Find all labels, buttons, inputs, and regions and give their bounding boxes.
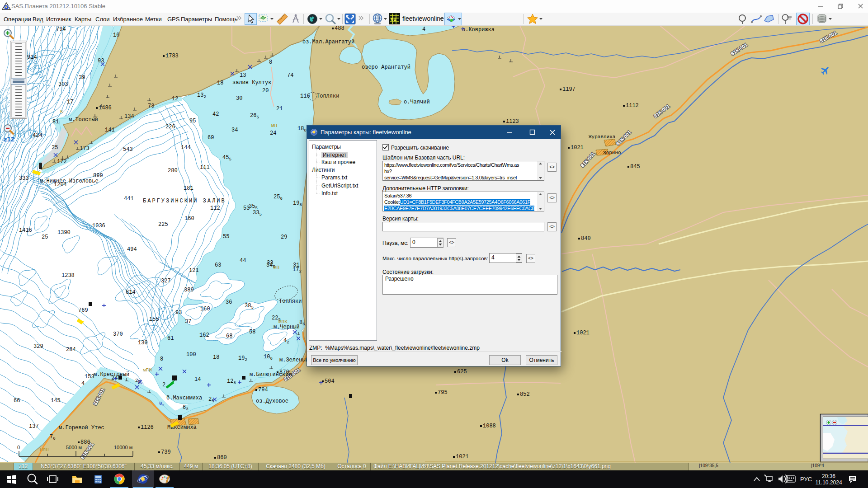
svg-text:42: 42 xyxy=(212,111,219,117)
svg-text:К: К xyxy=(60,109,63,114)
svg-text:625: 625 xyxy=(457,369,467,375)
svg-text:1021: 1021 xyxy=(456,454,469,460)
svg-text:1390: 1390 xyxy=(57,230,71,236)
svg-text:1126: 1126 xyxy=(141,424,154,431)
svg-text:44: 44 xyxy=(240,258,246,264)
svg-text:РУС: РУС xyxy=(800,476,812,483)
svg-text:153: 153 xyxy=(85,374,94,380)
svg-text:852: 852 xyxy=(520,391,530,398)
svg-text:озеро Арангатуй: озеро Арангатуй xyxy=(362,64,410,70)
svg-text:141: 141 xyxy=(105,127,115,133)
svg-text:173: 173 xyxy=(80,145,90,152)
svg-text:м.Нижнее Изголовье: м.Нижнее Изголовье xyxy=(40,178,99,184)
svg-text:1112: 1112 xyxy=(626,103,639,109)
svg-text:1197: 1197 xyxy=(562,86,576,93)
svg-text:155: 155 xyxy=(149,316,159,323)
svg-text:134: 134 xyxy=(124,113,134,120)
svg-text:оз.Мал.Арангатуй: оз.Мал.Арангатуй xyxy=(302,39,354,45)
svg-text:66: 66 xyxy=(14,398,20,404)
svg-text:Топляки: Топляки xyxy=(316,93,339,99)
svg-text:794: 794 xyxy=(258,387,268,393)
svg-text:1486: 1486 xyxy=(99,105,112,111)
svg-text:63: 63 xyxy=(215,262,221,268)
svg-text:303: 303 xyxy=(58,81,68,88)
svg-text:327: 327 xyxy=(161,278,171,284)
svg-text:389: 389 xyxy=(184,287,194,293)
svg-text:225: 225 xyxy=(158,221,168,228)
svg-text:10000 м: 10000 м xyxy=(114,445,132,450)
svg-text:о.Чаячий: о.Чаячий xyxy=(404,99,430,105)
svg-text:мПК: мПК xyxy=(278,319,288,324)
svg-text:м.Крестовый: м.Крестовый xyxy=(94,371,129,378)
svg-text:ПлП: ПлП xyxy=(40,447,49,452)
svg-text:1021: 1021 xyxy=(571,145,584,151)
svg-text:24: 24 xyxy=(270,130,276,136)
svg-text:12: 12 xyxy=(172,96,178,102)
svg-text:мП: мП xyxy=(271,123,277,128)
svg-text:10: 10 xyxy=(113,32,119,38)
svg-text:795: 795 xyxy=(438,389,448,396)
svg-text:БАРГУЗИНСКИЙ ЗАЛИВ: БАРГУЗИНСКИЙ ЗАЛИВ xyxy=(143,197,226,204)
svg-text:1783: 1783 xyxy=(165,53,179,59)
svg-text:2: 2 xyxy=(162,382,165,388)
svg-text:м.Черный: м.Черный xyxy=(274,324,300,330)
svg-text:8: 8 xyxy=(160,356,163,362)
svg-text:769: 769 xyxy=(78,307,88,314)
svg-text:69: 69 xyxy=(208,135,214,141)
svg-text:о.Коврижка: о.Коврижка xyxy=(462,27,495,33)
svg-text:4: 4 xyxy=(81,380,85,387)
svg-text:1036: 1036 xyxy=(92,223,105,229)
svg-text:z12: z12 xyxy=(4,135,14,143)
svg-text:8: 8 xyxy=(269,59,272,66)
svg-text:5000 м: 5000 м xyxy=(66,445,82,450)
svg-text:840: 840 xyxy=(581,235,591,242)
svg-text:мПИ: мПИ xyxy=(143,367,152,373)
svg-text:494: 494 xyxy=(127,246,137,253)
svg-text:121: 121 xyxy=(189,267,199,274)
svg-text:93: 93 xyxy=(175,310,182,316)
svg-text:145: 145 xyxy=(51,398,61,404)
svg-text:б.Максимиха: б.Максимиха xyxy=(166,395,202,401)
svg-text:441: 441 xyxy=(124,196,134,202)
svg-text:226: 226 xyxy=(165,124,175,130)
svg-text:814: 814 xyxy=(126,289,136,296)
svg-text:62: 62 xyxy=(391,17,396,22)
svg-text:130: 130 xyxy=(138,340,148,346)
svg-text:914: 914 xyxy=(27,54,37,61)
svg-text:333: 333 xyxy=(19,175,29,182)
svg-text:Топляки: Топляки xyxy=(279,298,302,305)
svg-text:73: 73 xyxy=(148,103,154,109)
svg-text:13: 13 xyxy=(240,72,246,79)
svg-text:м.Билютинский: м.Билютинский xyxy=(250,371,292,378)
svg-text:100: 100 xyxy=(186,352,196,358)
svg-text:м.Толстый: м.Толстый xyxy=(69,117,98,123)
svg-text:14: 14 xyxy=(194,376,201,383)
svg-text:Зорино: Зорино xyxy=(603,150,621,155)
svg-text:37: 37 xyxy=(185,319,191,325)
svg-text:172: 172 xyxy=(57,159,67,165)
svg-text:1123: 1123 xyxy=(506,118,519,125)
svg-text:160: 160 xyxy=(184,216,194,222)
svg-text:424: 424 xyxy=(33,132,42,139)
svg-text:370: 370 xyxy=(113,331,123,338)
svg-text:488: 488 xyxy=(335,26,344,32)
svg-text:144: 144 xyxy=(181,145,191,151)
svg-text:4: 4 xyxy=(422,26,425,33)
svg-text:11.10.2024: 11.10.2024 xyxy=(815,479,842,486)
svg-text:543: 543 xyxy=(123,146,133,153)
svg-text:81: 81 xyxy=(52,119,59,125)
svg-text:17: 17 xyxy=(67,99,73,105)
svg-text:залив Култук: залив Култук xyxy=(232,80,271,86)
svg-text:оз.Духовое: оз.Духовое xyxy=(256,398,288,404)
svg-text:м.Зеленый: м.Зеленый xyxy=(279,357,309,363)
svg-text:794: 794 xyxy=(56,26,66,33)
svg-text:25: 25 xyxy=(42,234,48,240)
svg-text:21: 21 xyxy=(276,106,283,112)
svg-text:58: 58 xyxy=(249,329,255,335)
svg-text:Журавлиха: Журавлиха xyxy=(589,134,616,140)
svg-text:845: 845 xyxy=(630,164,640,170)
svg-text:1088: 1088 xyxy=(483,423,496,429)
svg-text:30: 30 xyxy=(236,95,242,102)
svg-text:739: 739 xyxy=(161,449,171,455)
svg-text:0: 0 xyxy=(17,445,20,450)
